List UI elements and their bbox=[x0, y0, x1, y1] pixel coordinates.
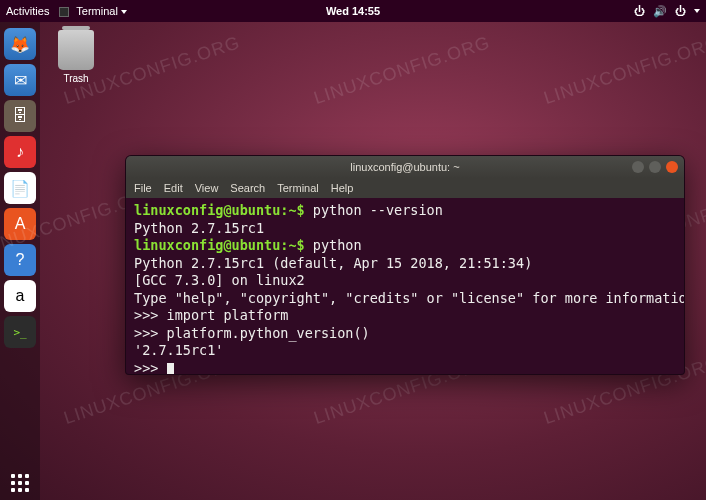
clock[interactable]: Wed 14:55 bbox=[326, 5, 380, 17]
maximize-button[interactable] bbox=[649, 161, 661, 173]
files-icon[interactable]: 🗄 bbox=[4, 100, 36, 132]
menu-edit[interactable]: Edit bbox=[164, 182, 183, 194]
output-line: Type "help", "copyright", "credits" or "… bbox=[134, 290, 684, 306]
trash-label: Trash bbox=[58, 73, 94, 84]
amazon-icon[interactable]: a bbox=[4, 280, 36, 312]
watermark: LINUXCONFIG.ORG bbox=[311, 32, 492, 109]
command-text: python --version bbox=[313, 202, 443, 218]
activities-button[interactable]: Activities bbox=[6, 5, 49, 17]
output-line: [GCC 7.3.0] on linux2 bbox=[134, 272, 305, 288]
app-menu[interactable]: Terminal bbox=[59, 5, 127, 17]
output-line: '2.7.15rc1' bbox=[134, 342, 223, 358]
network-icon[interactable]: ⏻ bbox=[634, 5, 645, 17]
menu-help[interactable]: Help bbox=[331, 182, 354, 194]
terminal-body[interactable]: linuxconfig@ubuntu:~$ python --versionPy… bbox=[126, 198, 684, 374]
dock: 🦊 ✉ 🗄 ♪ 📄 A ? a >_ bbox=[0, 22, 40, 500]
help-icon[interactable]: ? bbox=[4, 244, 36, 276]
output-line: >>> bbox=[134, 360, 167, 374]
window-titlebar[interactable]: linuxconfig@ubuntu: ~ bbox=[126, 156, 684, 178]
chevron-down-icon bbox=[121, 10, 127, 14]
terminal-window[interactable]: linuxconfig@ubuntu: ~ File Edit View Sea… bbox=[125, 155, 685, 375]
menu-search[interactable]: Search bbox=[230, 182, 265, 194]
terminal-icon[interactable]: >_ bbox=[4, 316, 36, 348]
prompt: linuxconfig@ubuntu:~$ bbox=[134, 202, 313, 218]
terminal-mini-icon bbox=[59, 7, 69, 17]
writer-icon[interactable]: 📄 bbox=[4, 172, 36, 204]
menu-terminal[interactable]: Terminal bbox=[277, 182, 319, 194]
output-line: >>> import platform bbox=[134, 307, 288, 323]
output-line: >>> platform.python_version() bbox=[134, 325, 370, 341]
cursor bbox=[167, 363, 174, 374]
menu-view[interactable]: View bbox=[195, 182, 219, 194]
trash-icon bbox=[58, 30, 94, 70]
terminal-menubar: File Edit View Search Terminal Help bbox=[126, 178, 684, 198]
close-button[interactable] bbox=[666, 161, 678, 173]
menu-file[interactable]: File bbox=[134, 182, 152, 194]
output-line: Python 2.7.15rc1 (default, Apr 15 2018, … bbox=[134, 255, 532, 271]
trash-desktop-icon[interactable]: Trash bbox=[58, 30, 94, 84]
thunderbird-icon[interactable]: ✉ bbox=[4, 64, 36, 96]
command-text: python bbox=[313, 237, 362, 253]
prompt: linuxconfig@ubuntu:~$ bbox=[134, 237, 313, 253]
firefox-icon[interactable]: 🦊 bbox=[4, 28, 36, 60]
show-applications-button[interactable] bbox=[11, 474, 29, 492]
watermark: LINUXCONFIG.ORG bbox=[541, 32, 706, 109]
chevron-down-icon bbox=[694, 9, 700, 13]
software-icon[interactable]: A bbox=[4, 208, 36, 240]
rhythmbox-icon[interactable]: ♪ bbox=[4, 136, 36, 168]
window-title: linuxconfig@ubuntu: ~ bbox=[350, 161, 459, 173]
top-bar: Activities Terminal Wed 14:55 ⏻ 🔊 ⏻ bbox=[0, 0, 706, 22]
volume-icon[interactable]: 🔊 bbox=[653, 5, 667, 18]
minimize-button[interactable] bbox=[632, 161, 644, 173]
output-line: Python 2.7.15rc1 bbox=[134, 220, 264, 236]
power-icon[interactable]: ⏻ bbox=[675, 5, 686, 17]
